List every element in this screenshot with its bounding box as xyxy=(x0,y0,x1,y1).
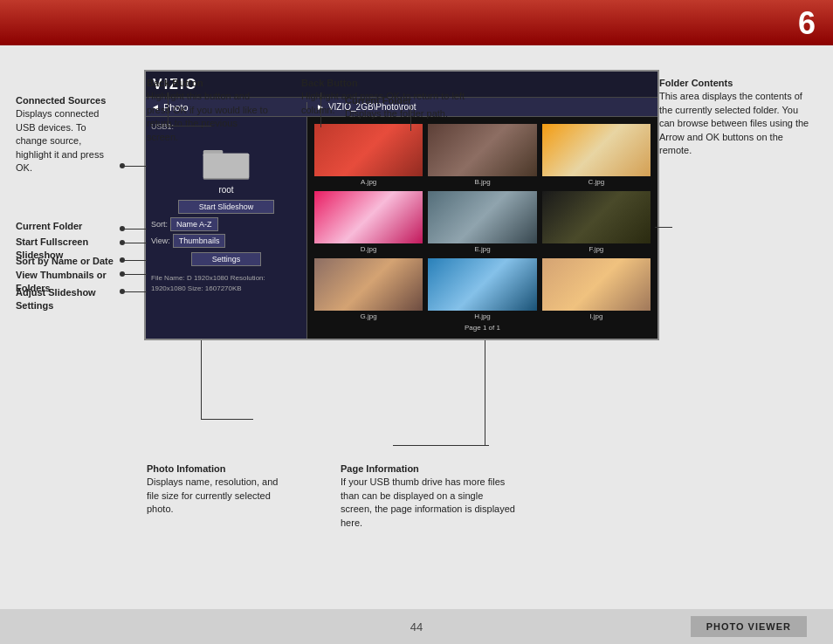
photo-filename: B.jpg xyxy=(474,178,490,186)
view-row: View: Thumbnails xyxy=(151,234,301,248)
marker-dot xyxy=(120,163,125,168)
file-size: Size: 1607270KB xyxy=(188,284,242,292)
photo-filename: D.jpg xyxy=(361,245,377,253)
main-panels: USB1: root Start Slideshow Sort: Name A-… xyxy=(146,117,657,339)
photo-cell[interactable]: G.jpg xyxy=(314,258,423,320)
slideshow-button[interactable]: Start Slideshow xyxy=(178,200,274,214)
photo-filename: E.jpg xyxy=(474,245,490,253)
photo-thumbnail xyxy=(314,124,423,176)
marker-dot xyxy=(120,257,125,263)
connector-line xyxy=(655,227,672,228)
svg-rect-2 xyxy=(203,154,250,179)
photo-thumbnail xyxy=(428,124,536,176)
sort-value[interactable]: Name A-Z xyxy=(170,217,218,231)
connector-line xyxy=(201,419,253,420)
settings-button[interactable]: Settings xyxy=(191,252,261,266)
file-info: File Name: D 1920x1080 Resolution: 1920x… xyxy=(151,273,301,294)
annotation-current-folder-left: Current Folder xyxy=(16,220,82,233)
photo-grid: A.jpgB.jpgC.jpgD.jpgE.jpgF.jpgG.jpgH.jpg… xyxy=(314,124,651,320)
photo-thumbnail xyxy=(542,191,651,243)
left-panel: USB1: root Start Slideshow Sort: Name A-… xyxy=(146,117,307,339)
file-name: File Name: D 1920x1080 xyxy=(151,274,229,282)
connector-line xyxy=(485,340,485,445)
photo-filename: G.jpg xyxy=(361,312,377,320)
annotation-page-information: Page Information If your USB thumb drive… xyxy=(341,462,515,530)
annotation-connected-sources: Connected Sources Displays connected USB… xyxy=(16,94,112,175)
annotation-adjust-slideshow: Adjust Slideshow Settings xyxy=(16,286,116,313)
connector-line xyxy=(320,92,321,127)
connector-line xyxy=(201,340,202,419)
connector-line xyxy=(410,105,411,131)
marker-dot xyxy=(120,271,125,277)
sort-label: Sort: xyxy=(151,220,168,229)
connector-line xyxy=(168,92,169,127)
connector-line xyxy=(122,291,147,292)
chapter-number: 6 xyxy=(798,5,816,42)
annotation-folder-contents: Folder Contents This area displays the c… xyxy=(659,77,812,157)
marker-dot xyxy=(120,226,125,231)
photo-filename: H.jpg xyxy=(474,312,491,320)
photo-thumbnail xyxy=(314,191,423,243)
marker-dot xyxy=(120,289,125,294)
annotation-photo-information: Photo Infomation Displays name, resoluti… xyxy=(147,462,286,517)
photo-filename: A.jpg xyxy=(361,178,376,186)
header-bar: 6 xyxy=(0,0,833,45)
annotation-back-button-left: Back Button Highlight this button and pr… xyxy=(147,77,269,144)
photo-thumbnail xyxy=(542,124,651,176)
annotation-current-folder-top: Current Folder Displays the folder path. xyxy=(345,94,502,121)
section-label: PHOTO VIEWER xyxy=(691,616,807,637)
photo-filename: C.jpg xyxy=(588,178,604,186)
photo-cell[interactable]: H.jpg xyxy=(428,258,536,320)
photo-cell[interactable]: C.jpg xyxy=(542,124,651,186)
page-info: Page 1 of 1 xyxy=(314,324,651,332)
annotation-sort: Sort by Name or Date xyxy=(16,255,114,268)
photo-cell[interactable]: D.jpg xyxy=(314,191,423,253)
photo-thumbnail xyxy=(428,258,536,311)
photo-cell[interactable]: F.jpg xyxy=(542,191,651,253)
photo-thumbnail xyxy=(428,191,536,243)
connector-line xyxy=(122,260,147,261)
connector-line xyxy=(122,166,147,167)
photo-thumbnail xyxy=(314,258,423,311)
right-panel: A.jpgB.jpgC.jpgD.jpgE.jpgF.jpgG.jpgH.jpg… xyxy=(307,117,657,339)
marker-dot xyxy=(120,240,125,245)
connector-line xyxy=(168,126,211,127)
page-number: 44 xyxy=(410,620,423,634)
photo-cell[interactable]: A.jpg xyxy=(314,124,423,186)
photo-cell[interactable]: E.jpg xyxy=(428,191,536,253)
folder-icon xyxy=(200,140,252,183)
photo-cell[interactable]: I.jpg xyxy=(542,258,651,320)
footer-bar: 44 PHOTO VIEWER xyxy=(0,609,833,644)
connector-line xyxy=(122,243,147,243)
photo-thumbnail xyxy=(542,258,651,311)
view-value[interactable]: Thumbnails xyxy=(173,234,226,248)
photo-cell[interactable]: B.jpg xyxy=(428,124,536,186)
sort-row: Sort: Name A-Z xyxy=(151,217,301,231)
connector-line xyxy=(122,274,147,275)
photo-filename: F.jpg xyxy=(589,245,603,253)
connector-line xyxy=(122,229,147,230)
photo-filename: I.jpg xyxy=(589,312,602,320)
view-label: View: xyxy=(151,236,170,245)
folder-label: root xyxy=(218,185,233,195)
connector-line xyxy=(393,445,489,446)
